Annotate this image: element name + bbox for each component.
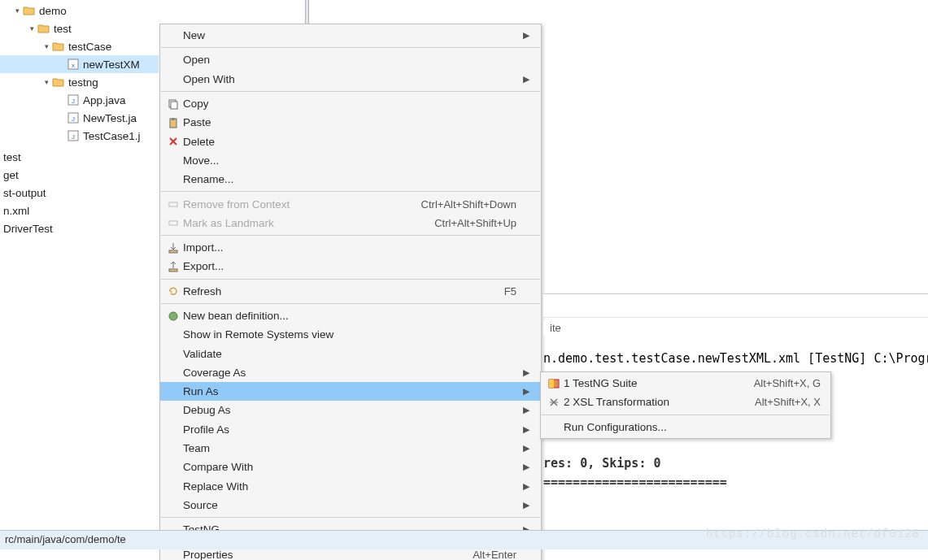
- menu-item-replace-with[interactable]: Replace With▶: [160, 477, 541, 496]
- tree-expander-icon[interactable]: ▾: [41, 78, 52, 86]
- menu-item-label: Open: [183, 54, 516, 66]
- tree-item[interactable]: get: [0, 166, 159, 184]
- watermark: https://blog.csdn.net/df0128: [706, 527, 920, 540]
- menu-item-open[interactable]: Open: [160, 50, 541, 69]
- folder-icon: [23, 4, 36, 17]
- menu-item-open-with[interactable]: Open With▶: [160, 70, 541, 89]
- tree-item-label: newTestXM: [83, 59, 140, 71]
- menu-item-label: Export...: [183, 260, 516, 272]
- svg-rect-9: [171, 102, 177, 109]
- svg-rect-14: [169, 250, 177, 253]
- tree-item[interactable]: ▾test: [0, 20, 159, 37]
- menu-item-label: Delete: [183, 136, 516, 148]
- menu-item-compare-with[interactable]: Compare With▶: [160, 458, 541, 476]
- tree-item[interactable]: DriverTest: [0, 219, 159, 237]
- submenu-arrow-icon: ▶: [523, 500, 531, 510]
- tree-item[interactable]: JApp.java: [0, 91, 159, 109]
- submenu-arrow-icon: ▶: [523, 405, 531, 415]
- menu-item-source[interactable]: Source▶: [160, 496, 541, 514]
- menu-item-coverage-as[interactable]: Coverage As▶: [160, 363, 541, 382]
- menu-item-debug-as[interactable]: Debug As▶: [160, 401, 541, 419]
- menu-item-label: Remove from Context: [183, 198, 421, 211]
- console-line: n.demo.test.testCase.newTestXML.xml [Tes…: [543, 349, 928, 368]
- menu-item-new[interactable]: New▶: [160, 26, 541, 45]
- menu-item-label: Properties: [183, 549, 473, 560]
- tree-item[interactable]: ▾testCase: [0, 37, 159, 55]
- submenu-arrow-icon: ▶: [523, 386, 531, 397]
- tree-expander-icon[interactable]: ▾: [11, 7, 23, 15]
- export-icon: [163, 260, 183, 273]
- import-icon: [163, 241, 183, 254]
- panel-divider[interactable]: [305, 0, 309, 24]
- menu-item-copy[interactable]: Copy: [160, 94, 541, 113]
- tree-expander-icon[interactable]: ▾: [41, 42, 52, 50]
- tree-item-label: testng: [68, 76, 98, 89]
- tree-expander-icon[interactable]: ▾: [26, 24, 37, 33]
- menu-separator: [161, 303, 540, 304]
- menu-item-label: Show in Remote Systems view: [183, 328, 516, 341]
- menu-item-new-bean-definition[interactable]: New bean definition...: [160, 306, 541, 325]
- submenu-arrow-icon: ▶: [523, 462, 531, 472]
- submenu-arrow-icon: ▶: [523, 30, 531, 41]
- menu-separator: [161, 47, 540, 48]
- menu-item-rename[interactable]: Rename...: [160, 170, 541, 189]
- menu-item-label: Refresh: [183, 285, 504, 297]
- svg-text:J: J: [72, 115, 75, 123]
- folder-icon: [52, 76, 65, 89]
- console-tab-bar: ite: [543, 320, 928, 336]
- tree-item-label: TestCase1.j: [83, 130, 141, 142]
- menu-item-label: Compare With: [183, 461, 516, 473]
- menu-item-label: Open With: [183, 73, 516, 85]
- menu-item-label: Debug As: [183, 404, 516, 416]
- menu-item-label: Replace With: [183, 480, 516, 493]
- menu-item-label: Coverage As: [183, 367, 516, 379]
- tree-item-label: NewTest.ja: [83, 112, 137, 124]
- tree-item-label: DriverTest: [3, 223, 53, 235]
- tree-item[interactable]: test: [0, 148, 159, 166]
- svg-text:J: J: [72, 133, 75, 141]
- paste-icon: [163, 116, 183, 129]
- menu-item-label: Move...: [183, 154, 516, 167]
- svg-text:x: x: [72, 62, 75, 69]
- svg-rect-15: [169, 269, 177, 271]
- menu-item-delete[interactable]: Delete: [160, 132, 541, 150]
- tree-item[interactable]: st-output: [0, 184, 159, 202]
- refresh-icon: [163, 284, 183, 297]
- tree-item-label: testCase: [68, 41, 111, 53]
- context-menu: New▶OpenOpen With▶CopyPasteDeleteMove...…: [159, 24, 542, 560]
- submenu-arrow-icon: ▶: [523, 367, 531, 378]
- menu-item-paste[interactable]: Paste: [160, 113, 541, 132]
- console-line: =========================: [543, 473, 928, 492]
- menu-item-refresh[interactable]: RefreshF5: [160, 282, 541, 301]
- copy-icon: [163, 98, 183, 111]
- tree-item[interactable]: n.xml: [0, 202, 159, 219]
- menu-item-label: Rename...: [183, 173, 516, 185]
- xml-icon: x: [67, 58, 80, 71]
- menu-item-validate[interactable]: Validate: [160, 344, 541, 362]
- landmark-icon: [163, 216, 183, 229]
- menu-item-export[interactable]: Export...: [160, 257, 541, 276]
- console-line: res: 0, Skips: 0: [543, 454, 928, 473]
- menu-item-show-in-remote-systems-view[interactable]: Show in Remote Systems view: [160, 325, 541, 344]
- tree-item[interactable]: ▾demo: [0, 2, 159, 20]
- menu-item-import[interactable]: Import...: [160, 238, 541, 257]
- svg-rect-13: [169, 221, 177, 225]
- remove-context-icon: [163, 198, 183, 211]
- menu-item-team[interactable]: Team▶: [160, 439, 541, 458]
- menu-item-move[interactable]: Move...: [160, 151, 541, 170]
- console-tab[interactable]: ite: [543, 320, 568, 336]
- menu-separator: [161, 517, 540, 518]
- menu-item-label: Validate: [183, 348, 516, 360]
- tree-item[interactable]: JNewTest.ja: [0, 109, 159, 127]
- menu-item-profile-as[interactable]: Profile As▶: [160, 420, 541, 439]
- svg-text:J: J: [72, 98, 75, 105]
- tree-item[interactable]: ▾testng: [0, 73, 159, 91]
- tree-item[interactable]: JTestCase1.j: [0, 127, 159, 145]
- java-icon: J: [67, 93, 80, 106]
- menu-shortcut: Alt+Enter: [473, 549, 516, 560]
- svg-point-16: [169, 312, 177, 320]
- tree-item[interactable]: xnewTestXM: [0, 55, 159, 73]
- menu-item-label: Import...: [183, 241, 516, 254]
- menu-item-run-as[interactable]: Run As▶: [160, 382, 541, 401]
- submenu-arrow-icon: ▶: [523, 443, 531, 454]
